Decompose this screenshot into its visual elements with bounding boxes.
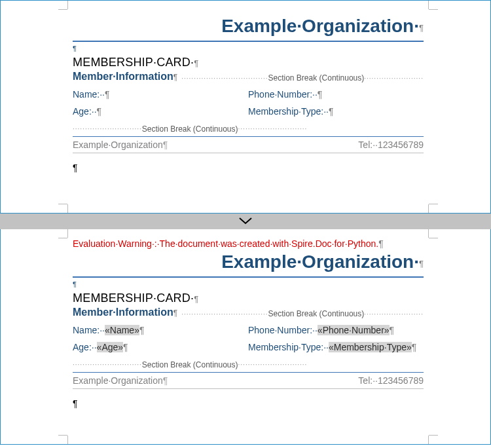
crop-mark	[429, 238, 438, 238]
section-heading-text: Member·Information	[73, 307, 173, 318]
section-break-text: Section Break (Continuous)	[142, 360, 238, 369]
field-age-label: Age:··	[73, 342, 97, 352]
dots-icon: ····························	[73, 125, 142, 132]
org-title-text: Example·Organization·	[221, 16, 419, 36]
section-break-marker: ····························Section Brea…	[73, 124, 424, 134]
footer-tel: Tel:··123456789	[358, 140, 424, 150]
pilcrow-icon: ¶	[73, 45, 424, 53]
dots-icon: ···································	[181, 75, 268, 82]
merge-field-mtype: «Membership·Type»	[329, 342, 412, 352]
field-phone-label: Phone·Number:··	[248, 325, 318, 335]
field-age: Age:··«Age»¶	[73, 342, 248, 352]
evaluation-warning-text: Evaluation·Warning·:·The·document·was·cr…	[73, 238, 378, 249]
footer-org: Example·Organization¶	[73, 375, 168, 386]
section-heading: Member·Information¶	[73, 71, 177, 83]
footer-underline	[73, 388, 424, 389]
fields-left-column: Name:··«Name»¶ Age:··«Age»¶	[73, 325, 248, 359]
pilcrow-icon: ¶	[97, 106, 102, 117]
page-2: Evaluation·Warning·:·The·document·was·cr…	[0, 229, 491, 445]
pilcrow-icon: ¶	[390, 325, 395, 335]
section-break-marker: ···································Secti…	[181, 73, 424, 83]
pilcrow-icon: ¶	[412, 342, 417, 352]
footer-divider	[73, 136, 424, 137]
section-heading-text: Member·Information	[73, 71, 173, 82]
field-mtype-label: Membership·Type:··	[248, 106, 329, 117]
org-title-text: Example·Organization·	[221, 252, 419, 272]
section-heading: Member·Information¶	[73, 307, 177, 318]
crop-mark	[67, 204, 68, 213]
org-title: Example·Organization·¶	[73, 252, 424, 272]
crop-mark	[429, 9, 438, 10]
card-heading: MEMBERSHIP·CARD·¶	[73, 291, 424, 305]
crop-mark	[429, 435, 438, 436]
field-phone: Phone·Number:··¶	[248, 89, 424, 100]
crop-mark	[67, 436, 68, 444]
org-title: Example·Organization·¶	[73, 16, 424, 37]
crop-mark	[428, 229, 429, 238]
dots-icon: ····························	[73, 361, 142, 368]
fields-left-column: Name:··¶ Age:··¶	[73, 89, 248, 123]
pilcrow-icon: ¶	[194, 58, 198, 68]
field-name-label: Name:··	[73, 89, 105, 100]
crop-mark	[67, 1, 68, 9]
crop-mark	[58, 9, 67, 10]
pilcrow-icon: ¶	[73, 398, 424, 409]
dots-icon: ····························	[238, 125, 424, 132]
card-heading-text: MEMBERSHIP·CARD·	[73, 291, 194, 305]
crop-mark	[58, 435, 67, 436]
field-mtype: Membership·Type:··«Membership·Type»¶	[248, 342, 424, 352]
merge-field-phone: «Phone·Number»	[318, 325, 390, 335]
pilcrow-icon: ¶	[173, 308, 177, 318]
pilcrow-icon: ¶	[105, 89, 110, 100]
field-phone-label: Phone·Number:··	[248, 89, 318, 100]
pilcrow-icon: ¶	[163, 140, 168, 150]
footer-org: Example·Organization¶	[73, 140, 168, 150]
crop-mark	[58, 238, 67, 238]
footer-org-text: Example·Organization	[73, 375, 163, 386]
pilcrow-icon: ¶	[419, 23, 424, 33]
section-heading-row: Member·Information¶ ····················…	[73, 307, 424, 318]
title-divider	[73, 276, 424, 278]
pilcrow-icon: ¶	[318, 89, 323, 100]
crop-mark	[429, 204, 438, 204]
fields-two-column: Name:··«Name»¶ Age:··«Age»¶ Phone·Number…	[73, 325, 424, 359]
section-break-marker: ····························Section Brea…	[73, 360, 424, 369]
page-content: Evaluation·Warning·:·The·document·was·cr…	[73, 229, 424, 444]
card-heading: MEMBERSHIP·CARD·¶	[73, 56, 424, 69]
field-age: Age:··¶	[73, 106, 248, 117]
pilcrow-icon: ¶	[73, 162, 424, 173]
pilcrow-icon: ¶	[173, 73, 177, 82]
crop-mark	[428, 1, 429, 9]
pilcrow-icon: ¶	[73, 280, 424, 289]
fields-right-column: Phone·Number:··«Phone·Number»¶ Membershi…	[248, 325, 424, 359]
footer-row: Example·Organization¶ Tel:··123456789	[73, 375, 424, 386]
crop-mark	[428, 204, 429, 213]
pilcrow-icon: ¶	[163, 375, 168, 386]
field-name: Name:··¶	[73, 89, 248, 100]
dots-icon: ····························	[238, 361, 424, 368]
section-break-text: Section Break (Continuous)	[268, 73, 365, 83]
footer-divider	[73, 372, 424, 373]
pilcrow-icon: ¶	[139, 325, 145, 335]
section-break-text: Section Break (Continuous)	[142, 124, 238, 134]
field-name: Name:··«Name»¶	[73, 325, 248, 335]
dots-icon: ·····································	[364, 310, 424, 318]
field-mtype-label: Membership·Type:··	[248, 342, 329, 352]
pilcrow-icon: ¶	[378, 238, 384, 249]
pilcrow-icon: ¶	[419, 259, 424, 269]
pilcrow-icon: ¶	[194, 294, 198, 304]
title-divider	[73, 41, 424, 42]
page-gap	[0, 214, 491, 229]
crop-mark	[428, 436, 429, 444]
chevron-down-icon	[238, 217, 253, 226]
field-age-label: Age:··	[73, 106, 97, 117]
section-heading-row: Member·Information¶ ····················…	[73, 71, 424, 83]
crop-mark	[67, 229, 68, 238]
fields-right-column: Phone·Number:··¶ Membership·Type:··¶	[248, 89, 424, 123]
card-heading-text: MEMBERSHIP·CARD·	[73, 56, 194, 69]
page-1: Example·Organization·¶ ¶ MEMBERSHIP·CARD…	[0, 0, 491, 214]
evaluation-warning: Evaluation·Warning·:·The·document·was·cr…	[73, 238, 424, 250]
dots-icon: ···································	[181, 310, 268, 318]
field-mtype: Membership·Type:··¶	[248, 106, 424, 117]
merge-field-age: «Age»	[97, 342, 123, 352]
